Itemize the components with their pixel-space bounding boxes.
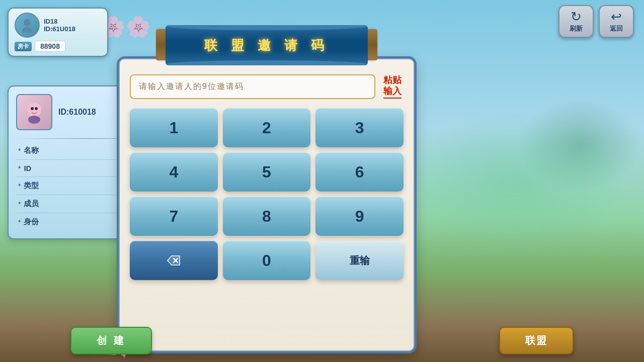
back-button[interactable]: ↩ 返回	[599, 5, 634, 38]
paste-underline	[383, 98, 401, 99]
refresh-label: 刷新	[570, 24, 583, 33]
scroll-banner: 联 盟 邀 请 码	[158, 25, 375, 65]
star-icon-5: *	[18, 218, 21, 226]
back-icon: ↩	[611, 10, 622, 23]
role-key: 身份	[24, 217, 49, 227]
key-6[interactable]: 6	[315, 152, 404, 192]
invite-code-dialog: 🪷 联 盟 邀 请 码 请输入邀请人的9位邀请码 粘贴 输入	[118, 25, 415, 352]
paste-label-line2: 输入	[383, 86, 401, 97]
key-9[interactable]: 9	[315, 197, 404, 236]
dialog-title: 联 盟 邀 请 码	[204, 37, 330, 54]
svg-point-4	[35, 107, 38, 110]
key-1[interactable]: 1	[130, 108, 218, 147]
bottom-buttons: 创 建 联盟	[70, 327, 574, 354]
type-key: 类型	[24, 181, 49, 191]
avatar-small	[15, 13, 40, 38]
key-2[interactable]: 2	[223, 108, 311, 147]
key-3[interactable]: 3	[315, 108, 404, 147]
svg-point-5	[28, 116, 40, 124]
key-8[interactable]: 8	[223, 197, 311, 236]
top-right-buttons: ↻ 刷新 ↩ 返回	[558, 5, 634, 38]
room-card-label: 房卡	[15, 42, 32, 51]
key-reset[interactable]: 重输	[315, 241, 404, 280]
keypad: 1 2 3 4 5 6 7 8 9 0 重输	[130, 108, 404, 280]
player-id-large: ID:610018	[58, 108, 96, 117]
input-placeholder: 请输入邀请人的9位邀请码	[139, 81, 244, 92]
members-key: 成员	[24, 199, 49, 209]
banner-top-curve	[166, 25, 368, 30]
player-title: ID18	[44, 18, 75, 25]
banner-bottom-curve	[166, 60, 368, 65]
svg-point-0	[24, 19, 31, 26]
back-label: 返回	[610, 24, 623, 33]
join-button[interactable]: 联盟	[499, 327, 574, 354]
input-section: 请输入邀请人的9位邀请码 粘贴 输入	[130, 74, 404, 99]
scroll-knob-right	[366, 29, 377, 60]
invite-input[interactable]: 请输入邀请人的9位邀请码	[130, 74, 375, 99]
svg-point-1	[22, 27, 32, 33]
svg-point-3	[31, 107, 34, 110]
player-card-top: ID18 ID:61U018 房卡 88908	[8, 8, 108, 57]
key-7[interactable]: 7	[130, 197, 218, 236]
svg-point-2	[27, 103, 41, 117]
create-button[interactable]: 创 建	[70, 327, 152, 354]
name-key: 名称	[24, 146, 49, 155]
star-icon-2: *	[18, 164, 21, 172]
key-delete[interactable]	[130, 241, 218, 280]
room-card-value: 88908	[35, 41, 65, 52]
player-avatar-large	[16, 94, 52, 130]
paste-button[interactable]: 粘贴 输入	[381, 74, 404, 99]
banner-body: 联 盟 邀 请 码	[166, 25, 368, 65]
star-icon-3: *	[18, 182, 21, 190]
refresh-button[interactable]: ↻ 刷新	[558, 5, 594, 38]
key-0[interactable]: 0	[223, 241, 311, 280]
key-4[interactable]: 4	[130, 152, 218, 192]
player-id-top: ID:61U018	[44, 25, 75, 33]
delete-icon-wrapper	[167, 255, 181, 266]
star-icon-1: *	[18, 147, 21, 155]
paper-body: 请输入邀请人的9位邀请码 粘贴 输入 1 2 3 4 5 6 7 8 9	[118, 58, 415, 352]
star-icon-4: *	[18, 200, 21, 208]
paste-label-line1: 粘贴	[383, 75, 401, 86]
key-5[interactable]: 5	[223, 152, 311, 192]
refresh-icon: ↻	[571, 10, 582, 23]
id-key: ID	[24, 164, 49, 172]
